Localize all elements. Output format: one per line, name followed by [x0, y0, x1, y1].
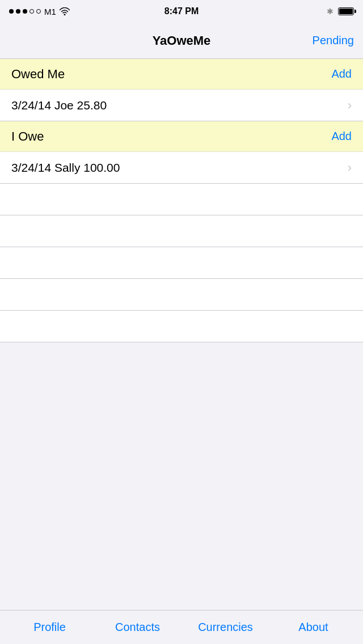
signal-dot-1 — [9, 9, 14, 14]
status-left: M1 — [9, 7, 70, 16]
tab-currencies[interactable]: Currencies — [182, 611, 269, 644]
bluetooth-icon: ✱ — [327, 7, 334, 16]
wifi-icon — [60, 7, 70, 15]
tab-currencies-label: Currencies — [198, 621, 253, 634]
owed-me-title: Owed Me — [11, 67, 65, 82]
signal-dot-5 — [36, 9, 41, 14]
i-owe-section-header: I Owe Add — [0, 121, 363, 152]
signal-dot-3 — [23, 9, 27, 14]
tab-about-label: About — [298, 621, 328, 634]
chevron-right-icon-2: › — [348, 160, 352, 175]
tab-profile-label: Profile — [33, 621, 66, 634]
tab-about[interactable]: About — [269, 611, 357, 644]
empty-row-1 — [0, 184, 363, 215]
battery-icon — [338, 7, 354, 15]
main-content: Owed Me Add 3/24/14 Joe 25.80 › I Owe Ad… — [0, 59, 363, 342]
status-bar: M1 8:47 PM ✱ — [0, 0, 363, 23]
pending-button[interactable]: Pending — [313, 34, 354, 47]
empty-row-5 — [0, 311, 363, 342]
status-right: ✱ — [327, 7, 354, 16]
empty-row-4 — [0, 279, 363, 311]
nav-bar: YaOweMe Pending — [0, 23, 363, 59]
i-owe-title: I Owe — [11, 129, 44, 144]
tab-contacts-label: Contacts — [115, 621, 160, 634]
empty-row-2 — [0, 215, 363, 247]
owed-me-section-header: Owed Me Add — [0, 59, 363, 90]
owed-me-row-0-text: 3/24/14 Joe 25.80 — [11, 99, 107, 112]
tab-profile[interactable]: Profile — [6, 611, 94, 644]
i-owe-row-0[interactable]: 3/24/14 Sally 100.00 › — [0, 152, 363, 184]
i-owe-row-0-text: 3/24/14 Sally 100.00 — [11, 161, 120, 175]
owed-me-row-0[interactable]: 3/24/14 Joe 25.80 › — [0, 90, 363, 121]
carrier-label: M1 — [44, 7, 56, 16]
signal-dot-4 — [29, 9, 34, 14]
chevron-right-icon: › — [348, 98, 352, 113]
signal-dots — [9, 9, 41, 14]
app-title: YaOweMe — [153, 33, 211, 48]
battery-fill — [339, 9, 353, 14]
tab-contacts[interactable]: Contacts — [94, 611, 182, 644]
status-time: 8:47 PM — [164, 6, 199, 16]
owed-me-add-button[interactable]: Add — [331, 67, 352, 80]
tab-bar: Profile Contacts Currencies About — [0, 610, 363, 644]
empty-row-3 — [0, 247, 363, 279]
signal-dot-2 — [16, 9, 20, 14]
i-owe-add-button[interactable]: Add — [331, 130, 352, 143]
